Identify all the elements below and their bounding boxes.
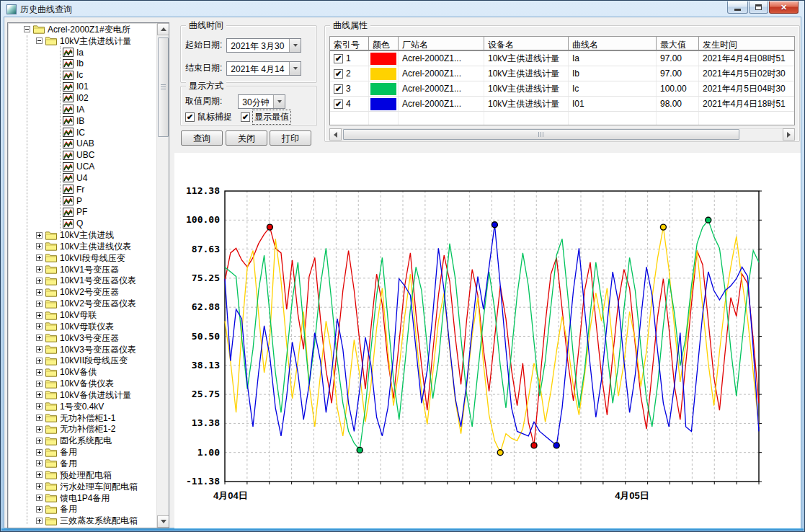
row-checkbox[interactable]: ✔ (334, 84, 343, 94)
tree-item-curve[interactable]: U4 (8, 172, 156, 184)
tree-item-curve[interactable]: UCA (8, 161, 156, 172)
expand-icon[interactable] (36, 346, 43, 353)
tree-item-folder[interactable]: 10kV2号变压器 (8, 286, 156, 298)
tree-item-folder[interactable]: 10kV2号变压器仪表 (8, 298, 156, 309)
expand-icon[interactable] (36, 403, 43, 409)
tree-item-curve[interactable]: Ia (8, 47, 156, 58)
tree-item-curve[interactable]: IC (8, 127, 156, 138)
tree-item-folder[interactable]: 10kV1号变压器 (8, 264, 156, 275)
tree-item-curve[interactable]: UAB (8, 138, 156, 149)
tree-item-folder[interactable]: 10kV3号变压器 (8, 332, 156, 344)
tree-item-folder[interactable]: 无功补偿柜1-2 (8, 424, 156, 435)
scroll-thumb[interactable] (158, 37, 169, 137)
tree-item-folder[interactable]: 备用 (8, 503, 156, 515)
show-extremes-checkbox[interactable]: ✔ (241, 112, 250, 122)
scroll-up-button[interactable] (157, 23, 169, 35)
title-bar[interactable]: 历史曲线查询 ✕ (1, 1, 804, 17)
period-dropdown-button[interactable] (273, 95, 285, 108)
expand-icon[interactable] (36, 449, 43, 456)
column-header-7[interactable]: 发生时间 (699, 37, 795, 50)
tree-item-folder[interactable]: 1号变0.4kV (8, 401, 156, 412)
row-checkbox[interactable]: ✔ (334, 69, 343, 79)
expand-icon[interactable] (36, 438, 43, 444)
table-row[interactable]: ✔3Acrel-2000Z1...10kV主供进线计量Ic100.002021年… (330, 81, 794, 97)
tree-item-folder[interactable]: 10kV主供进线仪表 (8, 241, 156, 252)
table-row[interactable]: ✔4Acrel-2000Z1...10kV主供进线计量I0198.002021年… (330, 97, 794, 112)
tree-item-curve[interactable]: Ib (8, 58, 156, 70)
expand-icon[interactable] (36, 232, 43, 239)
tree-item-curve[interactable]: Ic (8, 69, 156, 81)
tree-item-folder[interactable]: 10kVI段母线压变 (8, 252, 156, 264)
tree-item-curve[interactable]: Fr (8, 184, 156, 195)
curve-plot[interactable]: 112.38100.0087.6375.2562.8850.5038.1325.… (174, 153, 801, 528)
tree-item-folder[interactable]: 预处理配电箱 (8, 469, 156, 481)
row-checkbox[interactable]: ✔ (334, 99, 343, 109)
column-header-2[interactable]: 颜色 (369, 37, 399, 50)
expand-icon[interactable] (36, 301, 43, 307)
tree-item-curve[interactable]: I02 (8, 92, 156, 104)
expand-icon[interactable] (36, 426, 43, 433)
tree-vertical-scrollbar[interactable] (156, 23, 169, 528)
tree-item-curve[interactable]: IB (8, 115, 156, 127)
expand-icon[interactable] (36, 518, 43, 524)
start-date-combobox[interactable]: 2021年 3月30 (226, 38, 301, 53)
column-header-6[interactable]: 最大值 (657, 37, 699, 50)
expand-icon[interactable] (36, 483, 43, 489)
tree-item-folder[interactable]: 10kV备供仪表 (8, 378, 156, 389)
tree-item-curve[interactable]: IA (8, 104, 156, 115)
scroll-right-button[interactable] (783, 128, 795, 141)
collapse-icon[interactable] (36, 37, 43, 44)
expand-icon[interactable] (36, 312, 43, 319)
expand-icon[interactable] (36, 278, 43, 284)
start-date-dropdown-button[interactable] (289, 39, 301, 52)
scroll-left-button[interactable] (329, 128, 342, 141)
column-header-5[interactable]: 曲线名 (569, 37, 657, 50)
tree-item-folder[interactable]: 馈电1P4备用 (8, 492, 156, 504)
tree-item-curve[interactable]: P (8, 195, 156, 207)
tree-item-folder[interactable]: 备用 (8, 446, 156, 458)
scroll-down-button[interactable] (157, 515, 169, 528)
expand-icon[interactable] (36, 323, 43, 329)
end-date-dropdown-button[interactable] (289, 62, 301, 75)
expand-icon[interactable] (36, 506, 43, 513)
tree-item-folder[interactable]: 10kV主供进线 (8, 229, 156, 241)
expand-icon[interactable] (36, 243, 43, 249)
expand-icon[interactable] (36, 358, 43, 364)
expand-icon[interactable] (36, 460, 43, 466)
tree-item-folder[interactable]: 污水处理车间配电箱 (8, 481, 156, 492)
expand-icon[interactable] (36, 266, 43, 272)
close-dialog-button[interactable]: 关闭 (226, 130, 267, 146)
maximize-button[interactable] (749, 1, 768, 14)
tree-item-curve[interactable]: I01 (8, 81, 156, 92)
print-button[interactable]: 打印 (270, 130, 311, 146)
period-combobox[interactable]: 30分钟 (238, 94, 285, 109)
tree-item-folder[interactable]: 10kV备供进线计量 (8, 389, 156, 401)
table-row[interactable]: ✔2Acrel-2000Z1...10kV主供进线计量Ib97.002021年4… (330, 66, 794, 81)
tree-item-curve[interactable]: Q (8, 218, 156, 229)
expand-icon[interactable] (36, 369, 43, 376)
tree-item-folder[interactable]: 10kV母联 (8, 309, 156, 321)
tree-item-folder[interactable]: 10kV3号变压器仪表 (8, 344, 156, 355)
tree-item-folder[interactable]: 无功补偿柜1-1 (8, 412, 156, 424)
tree-item-metering-group[interactable]: 10kV主供进线计量 (8, 35, 156, 47)
expand-icon[interactable] (36, 414, 43, 421)
expand-icon[interactable] (36, 289, 43, 296)
expand-icon[interactable] (36, 254, 43, 261)
expand-icon[interactable] (36, 381, 43, 387)
tree-item-curve[interactable]: UBC (8, 149, 156, 161)
mouse-capture-checkbox[interactable]: ✔ (185, 112, 195, 122)
tree-item-folder[interactable]: 10kV备供 (8, 366, 156, 378)
expand-icon[interactable] (36, 471, 43, 478)
tree-item-folder[interactable]: 10kV母联仪表 (8, 321, 156, 332)
minimize-button[interactable] (727, 1, 748, 14)
tree-item-curve[interactable]: PF (8, 207, 156, 218)
tree-item-folder[interactable]: 固化系统配电 (8, 435, 156, 446)
expand-icon[interactable] (36, 334, 43, 341)
query-button[interactable]: 查询 (181, 130, 223, 146)
close-button[interactable]: ✕ (769, 1, 799, 14)
table-row[interactable]: ✔1Acrel-2000Z1...10kV主供进线计量Ia97.002021年4… (330, 51, 794, 66)
tree-item-folder[interactable]: 三效蒸发系统配电箱 (8, 515, 156, 526)
tree-item-folder[interactable]: 备用 (8, 458, 156, 469)
expand-icon[interactable] (36, 495, 43, 501)
column-header-1[interactable]: 索引号 (330, 37, 369, 50)
